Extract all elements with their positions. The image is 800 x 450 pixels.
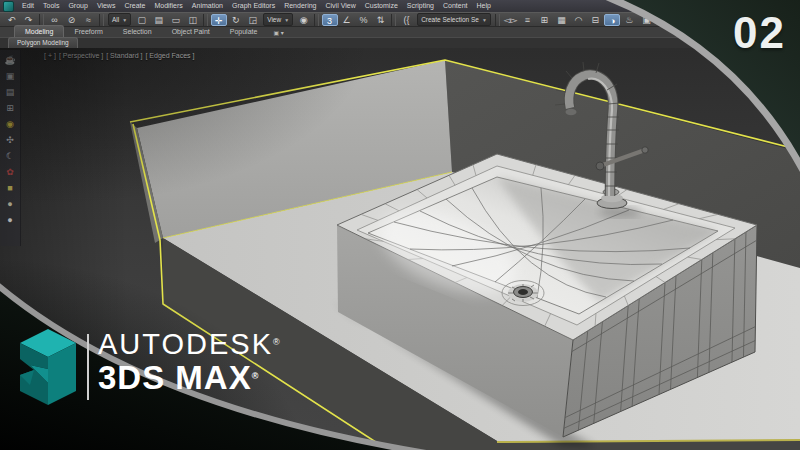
menu-item-animation[interactable]: Animation xyxy=(188,0,227,12)
main-toolbar: ↶↷∞⊘≈All▼▢▤▭◫✛↻◲View▼◉3∠%⇅({Create Selec… xyxy=(0,12,800,27)
chevron-down-icon: ▼ xyxy=(482,15,487,25)
percent-snap-toggle-icon[interactable]: % xyxy=(356,14,372,26)
undo-icon[interactable]: ↶ xyxy=(4,14,20,26)
menu-item-views[interactable]: Views xyxy=(93,0,120,12)
select-by-name-icon[interactable]: ▤ xyxy=(151,14,167,26)
selection-filter-dropdown[interactable]: All▼ xyxy=(108,13,131,26)
redo-icon[interactable]: ↷ xyxy=(21,14,37,26)
spinner-snap-toggle-icon[interactable]: ⇅ xyxy=(373,14,389,26)
render-setup-icon[interactable]: ♨ xyxy=(621,14,637,26)
polygon-modeling-panel[interactable]: Polygon Modeling xyxy=(8,37,78,48)
rendered-frame-window-icon[interactable]: ▣ xyxy=(638,14,654,26)
menu-item-create[interactable]: Create xyxy=(120,0,149,12)
ribbon-minimize-icon[interactable]: ▣ ▾ xyxy=(273,29,283,37)
lightbulb-icon[interactable]: ◉ xyxy=(2,116,18,132)
toolbar-separator xyxy=(314,14,319,26)
select-and-rotate-icon[interactable]: ↻ xyxy=(228,14,244,26)
snaps-toggle-3d-icon[interactable]: 3 xyxy=(322,14,338,26)
reference-coordinate-system-value: View xyxy=(267,15,281,25)
flower-icon[interactable]: ✿ xyxy=(2,164,18,180)
3dsmax-logo-icon xyxy=(18,329,78,405)
viewport-label: [ + ][ Perspective ][ Standard ][ Edged … xyxy=(44,52,194,59)
spreadsheet-icon[interactable]: ⊞ xyxy=(2,100,18,116)
fan-icon[interactable]: ✣ xyxy=(2,132,18,148)
menu-item-civil-view[interactable]: Civil View xyxy=(321,0,359,12)
layer-manager-icon[interactable]: ⊞ xyxy=(536,14,552,26)
menu-item-graph-editors[interactable]: Graph Editors xyxy=(228,0,279,12)
curve-editor-icon[interactable]: ◠ xyxy=(570,14,586,26)
render-production-icon[interactable]: ● xyxy=(655,14,671,26)
toolbar-separator xyxy=(495,14,500,26)
notes-icon[interactable]: ▤ xyxy=(2,84,18,100)
faucet-handle-knob-right xyxy=(642,147,648,153)
use-pivot-point-center-icon[interactable]: ◉ xyxy=(296,14,312,26)
graphite-ribbon-toggle-icon[interactable]: ▦ xyxy=(553,14,569,26)
viewport-label-segment-0[interactable]: [ + ] xyxy=(44,52,56,59)
chevron-down-icon: ▼ xyxy=(284,15,289,25)
menu-item-edit[interactable]: Edit xyxy=(18,0,38,12)
toolbar-separator xyxy=(203,14,208,26)
viewport-label-segment-1[interactable]: [ Perspective ] xyxy=(59,52,103,59)
app-icon[interactable] xyxy=(3,1,14,12)
viewport-label-segment-3[interactable]: [ Edged Faces ] xyxy=(145,52,194,59)
ellipse-icon[interactable]: ● xyxy=(2,196,18,212)
viewport-label-segment-2[interactable]: [ Standard ] xyxy=(106,52,142,59)
circle-icon[interactable]: ● xyxy=(2,212,18,228)
named-selection-sets-dropdown[interactable]: Create Selection Se▼ xyxy=(417,13,491,26)
toolbar-separator xyxy=(39,14,44,26)
sink-drain[interactable] xyxy=(502,281,544,306)
faucet-spout-tip xyxy=(566,109,577,115)
image-icon[interactable]: ▣ xyxy=(2,68,18,84)
window-crossing-toggle-icon[interactable]: ◫ xyxy=(185,14,201,26)
episode-number: 02 xyxy=(733,8,786,58)
toolbar-separator xyxy=(99,14,104,26)
ribbon-tab-freeform[interactable]: Freeform xyxy=(64,26,112,37)
selection-filter-value: All xyxy=(112,15,119,25)
menu-item-rendering[interactable]: Rendering xyxy=(280,0,320,12)
menu-item-scripting[interactable]: Scripting xyxy=(403,0,438,12)
app-window: EditToolsGroupViewsCreateModifiersAnimat… xyxy=(0,0,800,450)
ribbon-panel-bar: Polygon Modeling xyxy=(0,38,800,48)
ribbon-tab-populate[interactable]: Populate xyxy=(220,26,268,37)
autodesk-3dsmax-logo: AUTODESK® 3DS MAX® xyxy=(18,329,280,405)
teapot-icon[interactable]: ☕ xyxy=(2,52,18,68)
angle-snap-toggle-icon[interactable]: ∠ xyxy=(339,14,355,26)
moon-icon[interactable]: ☾ xyxy=(2,148,18,164)
logo-divider xyxy=(87,334,89,400)
material-editor-icon[interactable]: ◑ xyxy=(604,14,620,26)
unlink-selection-icon[interactable]: ⊘ xyxy=(64,14,80,26)
product-name: 3DS MAX xyxy=(98,359,252,396)
schematic-view-icon[interactable]: ⊟ xyxy=(587,14,603,26)
rectangular-selection-region-icon[interactable]: ▭ xyxy=(168,14,184,26)
ribbon-tab-modeling[interactable]: Modeling xyxy=(14,25,64,37)
menu-item-group[interactable]: Group xyxy=(64,0,91,12)
chevron-down-icon: ▼ xyxy=(122,15,127,25)
align-icon[interactable]: ≡ xyxy=(519,14,535,26)
named-selection-sets-value: Create Selection Se xyxy=(421,15,479,25)
keyboard-shortcut-override-icon[interactable]: ({ xyxy=(399,14,415,26)
select-object-icon[interactable]: ▢ xyxy=(134,14,150,26)
mirror-icon[interactable]: ◅▻ xyxy=(502,14,518,26)
select-and-move-icon[interactable]: ✛ xyxy=(211,14,227,26)
bind-to-space-warp-icon[interactable]: ≈ xyxy=(81,14,97,26)
registered-mark: ® xyxy=(273,337,280,347)
toolbar-separator xyxy=(391,14,396,26)
rounded-square-icon[interactable]: ■ xyxy=(2,180,18,196)
faucet-handle-knob-left xyxy=(596,162,604,170)
brand-name: AUTODESK xyxy=(98,328,273,360)
menu-item-content[interactable]: Content xyxy=(439,0,472,12)
menu-bar: EditToolsGroupViewsCreateModifiersAnimat… xyxy=(0,0,800,12)
select-and-link-icon[interactable]: ∞ xyxy=(47,14,63,26)
ribbon-tab-selection[interactable]: Selection xyxy=(113,26,162,37)
reference-coordinate-system-dropdown[interactable]: View▼ xyxy=(263,13,293,26)
registered-mark: ® xyxy=(252,371,259,381)
menu-item-tools[interactable]: Tools xyxy=(39,0,63,12)
left-dock-toolbar: ☕▣▤⊞◉✣☾✿■●● xyxy=(0,50,21,246)
ribbon-tab-bar: ModelingFreeformSelectionObject PaintPop… xyxy=(0,27,800,38)
menu-item-customize[interactable]: Customize xyxy=(361,0,402,12)
select-and-scale-icon[interactable]: ◲ xyxy=(245,14,261,26)
ribbon-tab-object-paint[interactable]: Object Paint xyxy=(162,26,220,37)
menu-item-help[interactable]: Help xyxy=(473,0,495,12)
menu-item-modifiers[interactable]: Modifiers xyxy=(150,0,186,12)
